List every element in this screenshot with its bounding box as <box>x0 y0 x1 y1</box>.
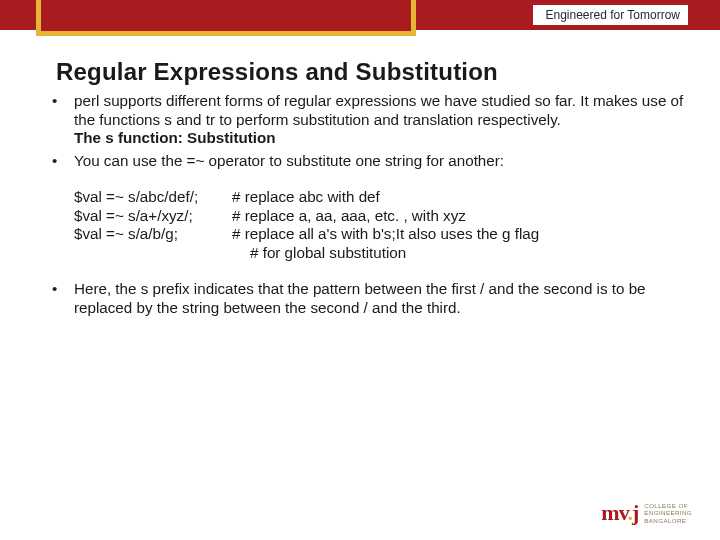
code-3-cont: # for global substitution <box>250 244 684 263</box>
bullet-list-2: Here, the s prefix indicates that the pa… <box>40 280 684 317</box>
code-1-left: $val =~ s/abc/def/; <box>74 188 224 207</box>
bullet-item-1: perl supports different forms of regular… <box>40 92 684 148</box>
bullet-item-3: Here, the s prefix indicates that the pa… <box>40 280 684 317</box>
logo-mark: mv.j <box>601 502 638 524</box>
content-body: perl supports different forms of regular… <box>40 92 684 321</box>
code-3-left: $val =~ s/a/b/g; <box>74 225 224 244</box>
header-notch <box>36 0 416 36</box>
bullet-item-2: You can use the =~ operator to substitut… <box>40 152 684 171</box>
logo-line-2: ENGINEERING <box>644 509 692 516</box>
logo-text: COLLEGE OF ENGINEERING BANGALORE <box>644 502 692 523</box>
header-tagline: Engineered for Tomorrow <box>533 5 688 25</box>
bullet-3-text: Here, the s prefix indicates that the pa… <box>74 280 646 316</box>
logo-letter-j: j <box>632 500 638 525</box>
logo-line-3: BANGALORE <box>644 517 686 524</box>
code-2-left: $val =~ s/a+/xyz/; <box>74 207 224 226</box>
page-title: Regular Expressions and Substitution <box>56 58 498 86</box>
logo-line-1: COLLEGE OF <box>644 502 688 509</box>
bullet-2-text: You can use the =~ operator to substitut… <box>74 152 504 169</box>
bullet-1-text: perl supports different forms of regular… <box>74 92 684 129</box>
code-block: $val =~ s/abc/def/; # replace abc with d… <box>74 188 684 262</box>
code-2-right: # replace a, aa, aaa, etc. , with xyz <box>224 207 466 226</box>
code-1-right: # replace abc with def <box>224 188 380 207</box>
footer-logo: mv.j COLLEGE OF ENGINEERING BANGALORE <box>601 502 692 524</box>
logo-letter-m: m <box>601 500 618 525</box>
code-row-1: $val =~ s/abc/def/; # replace abc with d… <box>74 188 684 207</box>
bullet-list: perl supports different forms of regular… <box>40 92 684 170</box>
code-row-3: $val =~ s/a/b/g; # replace all a's with … <box>74 225 684 244</box>
code-3-right: # replace all a's with b's;It also uses … <box>224 225 539 244</box>
bullet-1-subhead: The s function: Substitution <box>74 129 684 148</box>
code-row-2: $val =~ s/a+/xyz/; # replace a, aa, aaa,… <box>74 207 684 226</box>
